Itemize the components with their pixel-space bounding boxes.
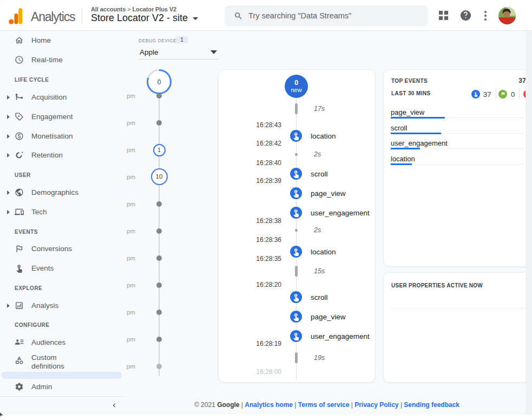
svg-text:0: 0 (157, 78, 161, 86)
